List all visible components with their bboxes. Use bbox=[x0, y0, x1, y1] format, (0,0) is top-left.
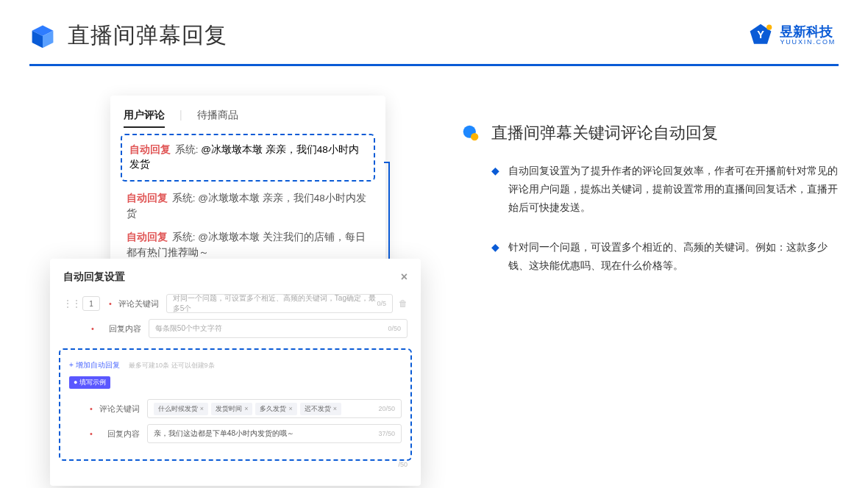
svg-text:Y: Y bbox=[758, 29, 765, 40]
keyword-chip[interactable]: 什么时候发货× bbox=[154, 403, 208, 415]
comment-line-2: 自动回复 系统: @冰墩墩本墩 亲亲，我们48小时内发货 bbox=[127, 190, 369, 222]
bullet-text: 针对同一个问题，可设置多个相近的、高频的关键词。例如：这款多少钱、这块能优惠吗、… bbox=[508, 238, 839, 275]
highlighted-comment: 自动回复 系统: @冰墩墩本墩 亲亲，我们48小时内发货 bbox=[121, 134, 375, 182]
brand: Y 昱新科技 YUUXIN.COM bbox=[747, 22, 836, 49]
example-keyword-count: 20/50 bbox=[378, 405, 395, 412]
example-reply-input[interactable]: 亲，我们这边都是下单48小时内发货的哦～ 37/50 bbox=[147, 424, 402, 443]
example-keyword-label: 评论关键词 bbox=[96, 403, 140, 415]
required-mark: • bbox=[109, 299, 112, 308]
auto-reply-tag: 自动回复 bbox=[127, 193, 168, 204]
system-label: 系统: bbox=[175, 144, 199, 155]
bullet-1: ◆ 自动回复设置为了提升作者的评论回复效率，作者可在开播前针对常见的评论用户问题… bbox=[462, 162, 839, 218]
tab-pending-products[interactable]: 待播商品 bbox=[197, 109, 238, 122]
rule-number: 1 bbox=[82, 296, 100, 311]
example-reply-label: 回复内容 bbox=[96, 428, 140, 439]
input-placeholder: 对同一个问题，可设置多个相近、高频的关键词，Tag确定，最多5个 bbox=[173, 293, 377, 314]
keyword-count: 0/5 bbox=[377, 300, 386, 307]
reply-count: 0/50 bbox=[388, 325, 401, 332]
chip-container: 什么时候发货× 发货时间× 多久发货× 迟不发货× bbox=[154, 403, 341, 415]
drag-handle-icon[interactable]: ⋮⋮ bbox=[63, 298, 81, 309]
close-icon[interactable]: × bbox=[401, 270, 408, 284]
input-placeholder: 每条限50个中文字符 bbox=[155, 323, 222, 334]
reply-label: 回复内容 bbox=[97, 323, 141, 334]
system-label: 系统: bbox=[172, 193, 196, 204]
required-mark: • bbox=[90, 429, 93, 438]
cube-icon bbox=[29, 23, 56, 49]
required-mark: • bbox=[90, 404, 93, 413]
system-label: 系统: bbox=[172, 232, 196, 243]
brand-logo-icon: Y bbox=[747, 22, 774, 49]
svg-point-5 bbox=[767, 25, 772, 30]
diamond-bullet-icon: ◆ bbox=[491, 162, 499, 218]
example-section: + 增加自动回复 最多可建10条 还可以创建9条 ● 填写示例 • 评论关键词 … bbox=[59, 348, 412, 461]
chat-bubble-icon bbox=[462, 124, 480, 142]
keyword-chip[interactable]: 多久发货× bbox=[255, 403, 296, 415]
example-reply-text: 亲，我们这边都是下单48小时内发货的哦～ bbox=[154, 428, 294, 439]
page-title: 直播间弹幕回复 bbox=[68, 21, 227, 51]
example-badge: ● 填写示例 bbox=[69, 376, 110, 389]
bullet-2: ◆ 针对同一个问题，可设置多个相近的、高频的关键词。例如：这款多少钱、这块能优惠… bbox=[462, 238, 839, 275]
example-reply-count: 37/50 bbox=[378, 430, 395, 437]
example-keyword-input[interactable]: 什么时候发货× 发货时间× 多久发货× 迟不发货× 20/50 bbox=[147, 399, 402, 418]
modal-title: 自动回复设置 bbox=[63, 270, 125, 284]
required-mark: • bbox=[91, 324, 94, 333]
tab-user-comments[interactable]: 用户评论 bbox=[124, 109, 165, 122]
add-auto-reply-link[interactable]: + 增加自动回复 bbox=[69, 361, 120, 369]
tab-separator: | bbox=[179, 109, 182, 122]
reply-input[interactable]: 每条限50个中文字符 0/50 bbox=[149, 319, 408, 338]
add-hint: 最多可建10条 还可以创建9条 bbox=[129, 362, 215, 369]
section-title: 直播间弹幕关键词评论自动回复 bbox=[491, 122, 718, 144]
outer-count: /50 bbox=[63, 461, 408, 468]
keyword-chip[interactable]: 发货时间× bbox=[211, 403, 252, 415]
bullet-text: 自动回复设置为了提升作者的评论回复效率，作者可在开播前针对常见的评论用户问题，提… bbox=[508, 162, 839, 218]
keyword-input[interactable]: 对同一个问题，可设置多个相近、高频的关键词，Tag确定，最多5个 0/5 bbox=[166, 294, 393, 313]
delete-icon[interactable]: 🗑 bbox=[399, 298, 408, 309]
svg-point-7 bbox=[471, 133, 478, 140]
brand-sub: YUUXIN.COM bbox=[780, 38, 836, 46]
auto-reply-settings-modal: 自动回复设置 × ⋮⋮ 1 • 评论关键词 对同一个问题，可设置多个相近、高频的… bbox=[50, 259, 421, 486]
auto-reply-tag: 自动回复 bbox=[129, 144, 171, 155]
keyword-chip[interactable]: 迟不发货× bbox=[300, 403, 341, 415]
brand-name: 昱新科技 bbox=[780, 25, 836, 39]
keyword-label: 评论关键词 bbox=[115, 298, 159, 309]
comment-line-3: 自动回复 系统: @冰墩墩本墩 关注我们的店铺，每日都有热门推荐呦～ bbox=[127, 229, 369, 261]
diamond-bullet-icon: ◆ bbox=[491, 238, 499, 275]
auto-reply-tag: 自动回复 bbox=[127, 232, 168, 243]
